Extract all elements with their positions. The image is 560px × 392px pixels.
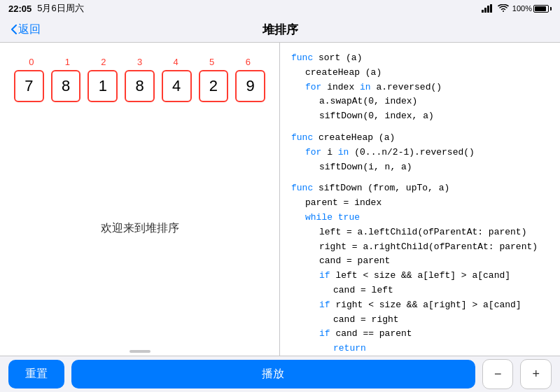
code-line: siftDown(i, n, a) — [291, 160, 549, 175]
code-line: a.swapAt(0, index) — [291, 94, 549, 109]
status-bar: 22:05 5月6日周六 100% — [0, 0, 560, 17]
svg-rect-3 — [490, 4, 492, 13]
back-label: 返回 — [18, 22, 41, 37]
array-cell: 1 — [88, 70, 118, 102]
code-line: if cand == parent — [291, 327, 549, 342]
code-line: cand = parent — [291, 254, 549, 269]
array-cell: 8 — [125, 70, 155, 102]
code-line: parent = index — [291, 196, 549, 211]
array-cell: 4 — [162, 70, 192, 102]
array-index: 5 — [197, 57, 227, 67]
code-line: siftDown(0, index, a) — [291, 109, 549, 124]
svg-rect-2 — [487, 6, 489, 13]
scroll-indicator — [0, 347, 279, 356]
code-blank-line — [291, 174, 549, 181]
page-title: 堆排序 — [262, 22, 298, 38]
code-line: right = a.rightChild(ofParentAt: parent) — [291, 240, 549, 255]
svg-rect-0 — [482, 10, 484, 13]
main-content: 0123456 7818429 欢迎来到堆排序 func sort (a)cre… — [0, 42, 560, 356]
code-line: func sort (a) — [291, 51, 549, 66]
reset-button[interactable]: 重置 — [8, 360, 64, 388]
decrement-button[interactable]: − — [482, 359, 514, 389]
code-line: cand = right — [291, 313, 549, 328]
code-line: cand = left — [291, 284, 549, 298]
array-section: 0123456 7818429 — [0, 43, 279, 109]
signal-icon — [482, 4, 494, 13]
battery-indicator: 100% — [512, 4, 552, 13]
code-line: for index in a.reversed() — [291, 80, 549, 95]
scroll-dot — [130, 350, 150, 353]
array-index: 4 — [161, 57, 190, 67]
array-cell: 2 — [199, 70, 229, 102]
svg-rect-1 — [484, 8, 486, 13]
code-line: left = a.leftChild(ofParentAt: parent) — [291, 225, 549, 240]
array-index: 1 — [53, 57, 83, 67]
code-line: if left < size && a[left] > a[cand] — [291, 269, 549, 284]
array-index: 2 — [89, 57, 118, 67]
bottom-controls: 重置 播放 − + — [0, 356, 560, 392]
status-time: 22:05 — [8, 4, 31, 14]
code-line: func createHeap (a) — [291, 131, 549, 146]
increment-button[interactable]: + — [520, 359, 552, 389]
code-line: return — [291, 342, 549, 356]
code-line: for i in (0...n/2-1).reversed() — [291, 146, 549, 160]
nav-bar: 返回 堆排序 — [0, 17, 560, 42]
code-line: createHeap (a) — [291, 66, 549, 80]
array-cell: 8 — [51, 70, 81, 102]
back-button[interactable]: 返回 — [11, 22, 41, 37]
array-index: 0 — [17, 57, 46, 67]
array-cell: 9 — [235, 70, 265, 102]
array-cells: 7818429 — [14, 70, 265, 102]
welcome-text: 欢迎来到堆排序 — [0, 109, 279, 347]
status-icons: 100% — [482, 4, 552, 13]
back-icon — [11, 24, 17, 34]
battery-percent: 100% — [512, 4, 532, 13]
array-indices: 0123456 — [14, 57, 265, 67]
play-button[interactable]: 播放 — [71, 360, 475, 388]
left-panel: 0123456 7818429 欢迎来到堆排序 — [0, 43, 280, 356]
status-date: 5月6日周六 — [37, 2, 83, 15]
code-panel: func sort (a)createHeap (a)for index in … — [280, 43, 560, 356]
array-index: 3 — [125, 57, 155, 67]
array-index: 6 — [233, 57, 262, 67]
code-line: while true — [291, 211, 549, 225]
array-cell: 7 — [14, 70, 44, 102]
code-blank-line — [291, 124, 549, 131]
wifi-icon — [498, 4, 509, 13]
code-line: if right < size && a[right] > a[cand] — [291, 298, 549, 313]
code-line: func siftDown (from, upTo, a) — [291, 181, 549, 196]
